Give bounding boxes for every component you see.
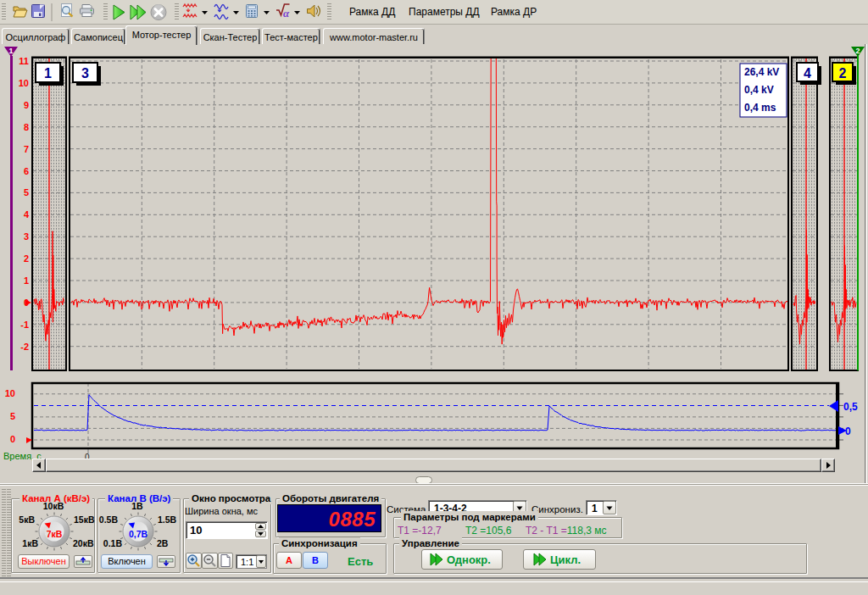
svg-text:3: 3 — [24, 231, 29, 242]
svg-text:5: 5 — [24, 187, 29, 197]
svg-text:7: 7 — [24, 144, 29, 154]
svg-text:15кВ: 15кВ — [74, 514, 95, 525]
svg-text:26,4 kV: 26,4 kV — [744, 66, 779, 78]
svg-text:2: 2 — [839, 66, 847, 81]
svg-text:1: 1 — [24, 275, 29, 286]
svg-text:0: 0 — [845, 425, 851, 437]
svg-text:Однокр.: Однокр. — [447, 553, 491, 566]
svg-text:7кВ: 7кВ — [47, 529, 63, 539]
svg-text:0: 0 — [10, 434, 15, 444]
svg-text:1.5В: 1.5В — [158, 514, 177, 525]
svg-text:6: 6 — [24, 166, 29, 176]
svg-text:0,4 kV: 0,4 kV — [744, 84, 774, 96]
svg-text:1: 1 — [8, 47, 13, 55]
svg-text:11: 11 — [19, 56, 29, 66]
svg-text:10кВ: 10кВ — [43, 501, 64, 511]
svg-text:5: 5 — [10, 411, 15, 421]
svg-text:0,4 ms: 0,4 ms — [744, 102, 776, 114]
svg-text:5кВ: 5кВ — [19, 514, 35, 525]
svg-text:α: α — [283, 7, 290, 19]
svg-text:9: 9 — [24, 100, 29, 110]
svg-text:-1: -1 — [20, 320, 29, 330]
svg-text:1: 1 — [44, 66, 52, 81]
svg-text:0,7В: 0,7В — [129, 529, 148, 539]
svg-text:1кВ: 1кВ — [22, 538, 38, 548]
svg-text:1В: 1В — [131, 501, 143, 511]
svg-text:-2: -2 — [20, 342, 29, 352]
svg-text:0.5В: 0.5В — [99, 514, 119, 525]
svg-text:3: 3 — [81, 66, 89, 81]
svg-text:10: 10 — [5, 388, 15, 398]
svg-text:8: 8 — [24, 122, 29, 132]
svg-text:0.1В: 0.1В — [103, 538, 123, 548]
svg-text:4: 4 — [24, 209, 30, 220]
svg-text:4: 4 — [804, 66, 811, 81]
svg-text:10: 10 — [19, 78, 29, 88]
svg-text:0,5: 0,5 — [843, 401, 858, 413]
svg-text:20кВ: 20кВ — [73, 538, 94, 548]
svg-text:Цикл.: Цикл. — [550, 553, 581, 566]
svg-text:2: 2 — [855, 47, 860, 55]
svg-text:2В: 2В — [157, 538, 169, 548]
svg-text:2: 2 — [24, 253, 29, 264]
